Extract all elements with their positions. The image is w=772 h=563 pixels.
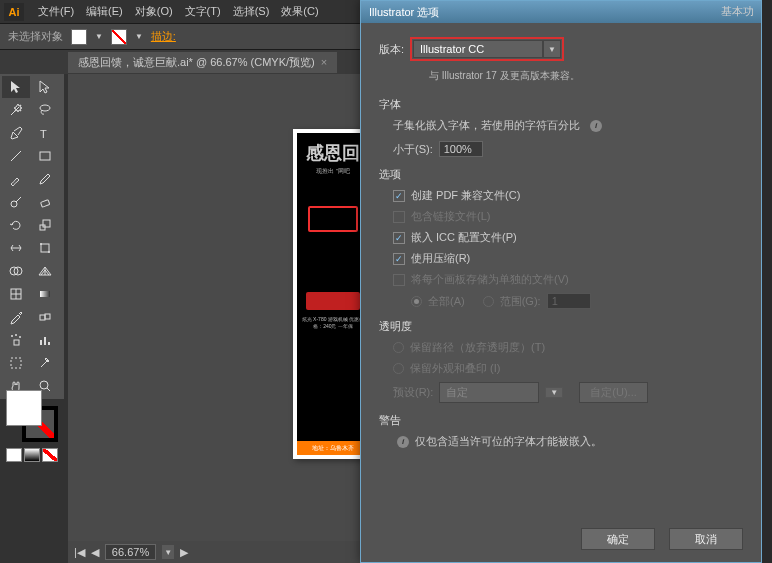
width-tool[interactable] [2,237,30,259]
version-dropdown[interactable]: Illustrator CC [413,40,543,58]
svg-rect-17 [14,340,19,345]
color-mode-solid[interactable] [6,448,22,462]
menu-object[interactable]: 对象(O) [129,4,179,19]
artwork-title: 感恩回 [297,133,369,165]
mesh-tool[interactable] [2,283,30,305]
radio-flatten [393,363,404,374]
slice-tool[interactable] [31,352,59,374]
nav-first-icon[interactable]: |◀ [74,546,85,559]
ok-button[interactable]: 确定 [581,528,655,550]
close-icon[interactable]: × [321,56,327,68]
checkbox-icc[interactable]: ✓ [393,232,405,244]
artwork-keyboard-2 [306,292,360,310]
zoom-dropdown-icon[interactable]: ▼ [162,545,174,559]
label-artboards: 将每个画板存储为单独的文件(V) [411,272,569,287]
fill-stroke-indicator[interactable] [6,390,58,442]
eraser-tool[interactable] [31,191,59,213]
color-mode-gradient[interactable] [24,448,40,462]
cancel-button[interactable]: 取消 [669,528,743,550]
label-all: 全部(A) [428,294,465,309]
preset-dropdown: 自定 [439,382,539,403]
transparency-header: 透明度 [379,319,743,334]
zoom-level[interactable]: 66.67% [105,544,156,560]
svg-rect-3 [40,152,50,160]
fonts-subset-label: 子集化嵌入字体，若使用的字符百分比 [393,118,580,133]
svg-rect-15 [40,315,45,320]
menu-file[interactable]: 文件(F) [32,4,80,19]
nav-next-icon[interactable]: ▶ [180,546,188,559]
svg-rect-23 [48,342,50,345]
shape-builder-tool[interactable] [2,260,30,282]
pen-tool[interactable] [2,122,30,144]
lasso-tool[interactable] [31,99,59,121]
stroke-swatch[interactable] [111,29,127,45]
artwork-footer: 地址：乌鲁木齐 [297,441,369,455]
menu-type[interactable]: 文字(T) [179,4,227,19]
fill-color[interactable] [6,390,42,426]
menu-edit[interactable]: 编辑(E) [80,4,129,19]
selection-tool[interactable] [2,76,30,98]
svg-point-25 [40,381,48,389]
stroke-dropdown-icon[interactable]: ▼ [135,32,143,41]
fonts-percent-input[interactable]: 100% [439,141,483,157]
radio-range [483,296,494,307]
preset-chevron-icon: ▼ [545,387,563,398]
chevron-down-icon[interactable]: ▼ [543,40,561,58]
rectangle-tool[interactable] [31,145,59,167]
fill-dropdown-icon[interactable]: ▼ [95,32,103,41]
label-icc: 嵌入 ICC 配置文件(P) [411,230,517,245]
selection-status: 未选择对象 [8,29,63,44]
radio-all [411,296,422,307]
radio-keep-paths [393,342,404,353]
perspective-grid-tool[interactable] [31,260,59,282]
column-graph-tool[interactable] [31,329,59,351]
svg-point-18 [11,335,13,337]
blend-tool[interactable] [31,306,59,328]
tools-panel: T [0,74,64,399]
rotate-tool[interactable] [2,214,30,236]
menu-effect[interactable]: 效果(C) [275,4,324,19]
scale-tool[interactable] [31,214,59,236]
svg-point-20 [19,336,21,338]
nav-prev-icon[interactable]: ◀ [91,546,99,559]
version-label: 版本: [379,42,404,57]
artwork-keyboard-1 [308,206,358,232]
eyedropper-tool[interactable] [2,306,30,328]
document-tab[interactable]: 感恩回馈，诚意巨献.ai* @ 66.67% (CMYK/预览) × [68,52,337,73]
color-mode-none[interactable] [42,448,58,462]
direct-selection-tool[interactable] [31,76,59,98]
illustrator-options-dialog: Illustrator 选项 版本: Illustrator CC ▼ 与 Il… [360,0,762,563]
checkbox-artboards [393,274,405,286]
label-link: 包含链接文件(L) [411,209,490,224]
tab-title: 感恩回馈，诚意巨献.ai* @ 66.67% (CMYK/预览) [78,55,315,70]
options-header: 选项 [379,167,743,182]
right-panel-strip [762,0,772,563]
fill-swatch[interactable] [71,29,87,45]
dialog-title-bar[interactable]: Illustrator 选项 [361,1,761,23]
artwork: 感恩回 现推出 "网吧 炫光 X-780 游戏机械 优惠价格：240元 一年保 … [297,133,369,455]
line-tool[interactable] [2,145,30,167]
stroke-label[interactable]: 描边: [151,29,176,44]
checkbox-pdf[interactable]: ✓ [393,190,405,202]
blob-brush-tool[interactable] [2,191,30,213]
free-transform-tool[interactable] [31,237,59,259]
symbol-sprayer-tool[interactable] [2,329,30,351]
pencil-tool[interactable] [31,168,59,190]
menu-select[interactable]: 选择(S) [227,4,276,19]
svg-line-2 [11,151,21,161]
label-compress: 使用压缩(R) [411,251,470,266]
label-keep-paths: 保留路径（放弃透明度）(T) [410,340,545,355]
checkbox-link [393,211,405,223]
gradient-tool[interactable] [31,283,59,305]
type-tool[interactable]: T [31,122,59,144]
artboard-tool[interactable] [2,352,30,374]
paintbrush-tool[interactable] [2,168,30,190]
label-range: 范围(G): [500,294,541,309]
svg-rect-7 [43,220,50,227]
artwork-subtitle: 现推出 "网吧 [297,167,369,176]
svg-rect-5 [41,200,50,207]
info-icon[interactable]: i [590,120,602,132]
checkbox-compress[interactable]: ✓ [393,253,405,265]
svg-rect-21 [40,340,42,345]
magic-wand-tool[interactable] [2,99,30,121]
